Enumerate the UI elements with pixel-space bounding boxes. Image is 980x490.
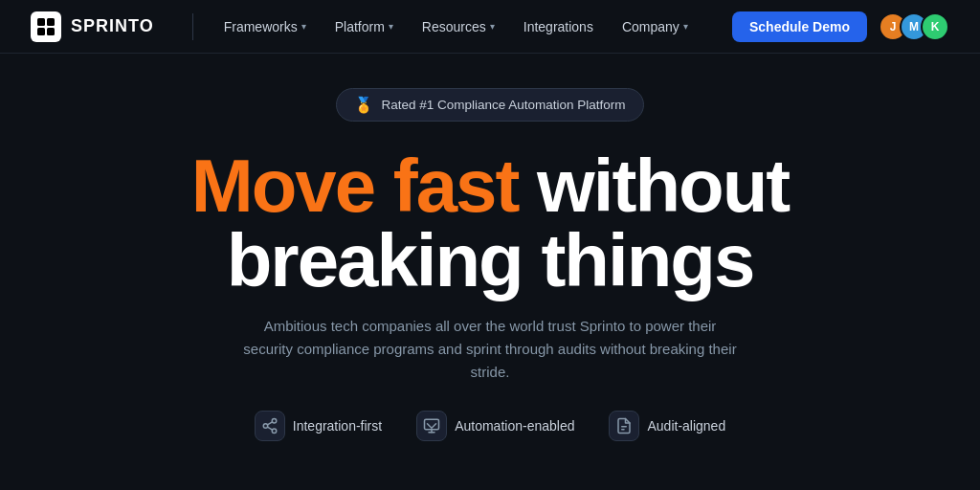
svg-rect-2 (37, 28, 45, 35)
logo[interactable]: SPRINTO (31, 11, 154, 42)
medal-icon: 🏅 (354, 96, 373, 114)
avatar: K (921, 12, 949, 41)
feature-automation: Automation-enabled (416, 411, 574, 441)
nav-resources[interactable]: Resources ▾ (411, 13, 506, 40)
nav-company[interactable]: Company ▾ (611, 13, 700, 40)
nav-platform[interactable]: Platform ▾ (323, 13, 405, 40)
feature-integration: Integration-first (255, 411, 382, 441)
nav-frameworks[interactable]: Frameworks ▾ (212, 13, 318, 40)
chevron-down-icon: ▾ (301, 21, 306, 32)
hero-features: Integration-first Automation-enabled (255, 411, 725, 441)
avatar-group: J M K (879, 12, 949, 41)
headline-orange: Move fast (191, 144, 519, 228)
headline-white1: without (518, 144, 789, 228)
audit-icon (609, 411, 639, 441)
nav-divider (192, 13, 193, 40)
chevron-down-icon: ▾ (683, 21, 688, 32)
schedule-demo-button[interactable]: Schedule Demo (732, 11, 867, 42)
nav-links: Frameworks ▾ Platform ▾ Resources ▾ Inte… (212, 13, 732, 40)
chevron-down-icon: ▾ (490, 21, 495, 32)
hero-headline: Move fast without breaking things (191, 148, 790, 298)
svg-line-8 (267, 422, 272, 425)
brand-name: SPRINTO (71, 16, 154, 36)
logo-icon (31, 11, 61, 42)
chevron-down-icon: ▾ (389, 21, 393, 32)
nav-right: Schedule Demo J M K (732, 11, 949, 42)
headline-white2: breaking things (227, 218, 754, 302)
feature-audit: Audit-aligned (609, 411, 725, 441)
svg-line-7 (267, 427, 272, 430)
automation-icon (416, 411, 447, 441)
navbar: SPRINTO Frameworks ▾ Platform ▾ Resource… (0, 0, 980, 54)
hero-section: 🏅 Rated #1 Compliance Automation Platfor… (0, 54, 980, 468)
nav-integrations[interactable]: Integrations (512, 13, 605, 40)
integration-icon (255, 411, 285, 441)
hero-subtext: Ambitious tech companies all over the wo… (241, 315, 739, 384)
svg-rect-3 (47, 28, 55, 35)
rating-badge: 🏅 Rated #1 Compliance Automation Platfor… (336, 88, 643, 122)
svg-rect-1 (47, 18, 55, 26)
svg-rect-0 (37, 18, 45, 26)
